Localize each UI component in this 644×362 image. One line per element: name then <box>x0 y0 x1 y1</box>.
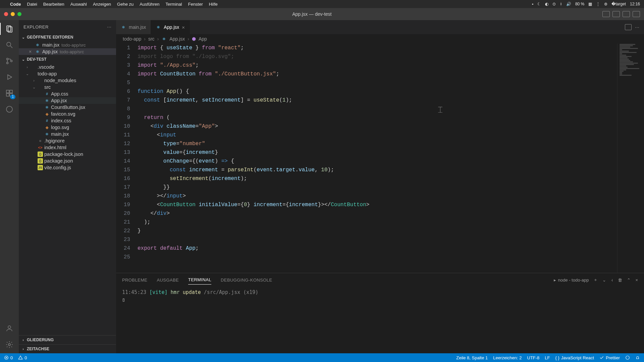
code-line[interactable]: }} <box>138 183 617 192</box>
control-center-icon[interactable]: �target <box>611 2 626 6</box>
close-icon[interactable]: × <box>182 24 185 30</box>
open-editor-item[interactable]: ⚛ main.jsx todo-app/src <box>19 42 116 48</box>
status-feedback-icon[interactable] <box>625 355 630 360</box>
file-item[interactable]: JSvite.config.js <box>19 164 116 171</box>
code-line[interactable]: setIncrement(increment); <box>138 174 617 183</box>
menu-terminal[interactable]: Terminal <box>166 2 182 7</box>
search-icon[interactable]: ⊚ <box>604 2 607 6</box>
run-debug-icon[interactable] <box>5 72 14 82</box>
layout-icon[interactable] <box>602 11 610 17</box>
file-item[interactable]: {}package.json <box>19 158 116 164</box>
folder-item[interactable]: ›.vscode <box>19 64 116 70</box>
menu-fenster[interactable]: Fenster <box>188 2 203 7</box>
code-line[interactable]: return ( <box>138 113 617 122</box>
status-encoding[interactable]: UTF-8 <box>527 355 540 360</box>
panel-tab-probleme[interactable]: PROBLEME <box>122 276 147 285</box>
folder-item[interactable]: ⌄src <box>19 84 116 90</box>
file-item[interactable]: ⚛main.jsx <box>19 131 116 137</box>
chevron-up-icon[interactable]: ⌃ <box>627 278 631 283</box>
split-editor-icon[interactable] <box>625 24 632 30</box>
kill-terminal-icon[interactable]: 🗑 <box>618 278 622 283</box>
timeline-header[interactable]: › ZEITACHSE <box>19 344 116 353</box>
menu-ausfuehren[interactable]: Ausführen <box>140 2 159 7</box>
code-line[interactable]: import logo from "./logo.svg"; <box>138 52 617 61</box>
status-eol[interactable]: LF <box>545 355 550 360</box>
split-terminal-icon[interactable]: ⫞ <box>611 278 613 283</box>
tray-icon[interactable]: ⊙ <box>552 2 556 6</box>
code-line[interactable]: const increment = parseInt(event.target.… <box>138 166 617 174</box>
folder-item[interactable]: ›node_modules <box>19 77 116 84</box>
file-item[interactable]: #App.css <box>19 90 116 97</box>
status-indentation[interactable]: Leerzeichen: 2 <box>493 355 522 360</box>
settings-gear-icon[interactable] <box>5 340 14 349</box>
file-item[interactable]: ◈favicon.svg <box>19 111 116 117</box>
code-line[interactable]: const [increment, setIncrement] = useSta… <box>138 96 617 105</box>
status-bell-icon[interactable] <box>635 355 640 360</box>
file-item[interactable]: ≡.hgignore <box>19 137 116 144</box>
wifi-icon[interactable]: ⋮ <box>596 2 600 6</box>
code-line[interactable]: <div className="App"> <box>138 122 617 131</box>
layout-icon[interactable] <box>623 11 630 17</box>
code-content[interactable]: import { useState } from "react";import … <box>138 44 617 273</box>
layout-icon[interactable] <box>633 11 640 17</box>
breadcrumb-segment[interactable]: todo-app <box>123 36 141 42</box>
code-line[interactable]: type="number" <box>138 139 617 148</box>
source-control-icon[interactable] <box>5 56 14 66</box>
code-line[interactable]: } <box>138 227 617 235</box>
minimize-window-button[interactable] <box>11 12 15 16</box>
code-line[interactable] <box>138 105 617 113</box>
remote-icon[interactable] <box>5 105 14 114</box>
menu-anzeigen[interactable]: Anzeigen <box>93 2 111 7</box>
file-item[interactable]: {}package-lock.json <box>19 151 116 158</box>
minimap[interactable] <box>617 44 644 273</box>
status-cursor-position[interactable]: Zeile 8, Spalte 1 <box>456 355 488 360</box>
search-icon[interactable] <box>5 40 14 50</box>
bluetooth-icon[interactable]: ᚼ <box>560 2 562 6</box>
new-terminal-icon[interactable]: ＋ <box>593 277 598 283</box>
code-line[interactable] <box>138 253 617 261</box>
code-line[interactable]: <CountButton initialValue={0} increment=… <box>138 200 617 209</box>
extensions-icon[interactable]: 1 <box>5 88 14 98</box>
outline-header[interactable]: › GLIEDERUNG <box>19 335 116 344</box>
breadcrumb-segment[interactable]: src <box>148 36 155 42</box>
menubar-app-name[interactable]: Code <box>10 2 21 7</box>
editor-tab[interactable]: ⚛ App.jsx × <box>151 20 190 34</box>
editor-tab[interactable]: ⚛ main.jsx <box>116 20 151 34</box>
code-line[interactable]: value={increment} <box>138 148 617 157</box>
close-icon[interactable]: × <box>635 278 638 283</box>
code-line[interactable] <box>138 78 617 87</box>
panel-tab-ausgabe[interactable]: AUSGABE <box>157 276 179 285</box>
menu-bearbeiten[interactable]: Bearbeiten <box>43 2 64 7</box>
terminal-shell-label[interactable]: ▸ node - todo-app <box>554 278 589 283</box>
code-line[interactable]: import "./App.css"; <box>138 61 617 70</box>
file-item[interactable]: <>index.html <box>19 144 116 151</box>
code-line[interactable]: export default App; <box>138 244 617 253</box>
breadcrumb[interactable]: todo-app › src › ⚛ App.jsx › ⬢ App <box>116 34 644 44</box>
code-line[interactable]: import CountButton from "./CountButton.j… <box>138 70 617 78</box>
more-icon[interactable]: ⋯ <box>635 25 639 30</box>
close-icon[interactable]: × <box>28 49 33 54</box>
tray-icon[interactable]: ▪ <box>532 2 533 6</box>
layout-icon[interactable] <box>612 11 620 17</box>
code-editor[interactable]: 1234567891011121314151617181920212223242… <box>116 44 617 273</box>
more-icon[interactable]: ⋯ <box>107 24 112 29</box>
code-line[interactable]: </div> <box>138 209 617 218</box>
status-warnings[interactable]: 0 <box>18 355 27 360</box>
breadcrumb-segment[interactable]: App <box>199 36 207 42</box>
explorer-icon[interactable] <box>5 24 14 34</box>
file-item[interactable]: #index.css <box>19 117 116 124</box>
status-language[interactable]: { } JavaScript React <box>555 355 594 360</box>
folder-item[interactable]: ⌄todo-app <box>19 70 116 77</box>
file-item[interactable]: ⚛CountButton.jsx <box>19 104 116 111</box>
code-line[interactable]: ></input> <box>138 192 617 200</box>
menu-gehe-zu[interactable]: Gehe zu <box>117 2 133 7</box>
workspace-header[interactable]: ⌄ DEV-TEST <box>19 56 116 63</box>
code-line[interactable] <box>138 235 617 244</box>
tray-icon[interactable]: ◐ <box>545 2 548 6</box>
open-editors-header[interactable]: ⌄ GEÖFFNETE EDITOREN <box>19 34 116 41</box>
menu-datei[interactable]: Datei <box>27 2 37 7</box>
file-item[interactable]: ◈logo.svg <box>19 124 116 131</box>
code-line[interactable]: function App() { <box>138 87 617 96</box>
code-line[interactable]: ); <box>138 218 617 227</box>
panel-tab-debug[interactable]: DEBUGGING-KONSOLE <box>221 276 272 285</box>
